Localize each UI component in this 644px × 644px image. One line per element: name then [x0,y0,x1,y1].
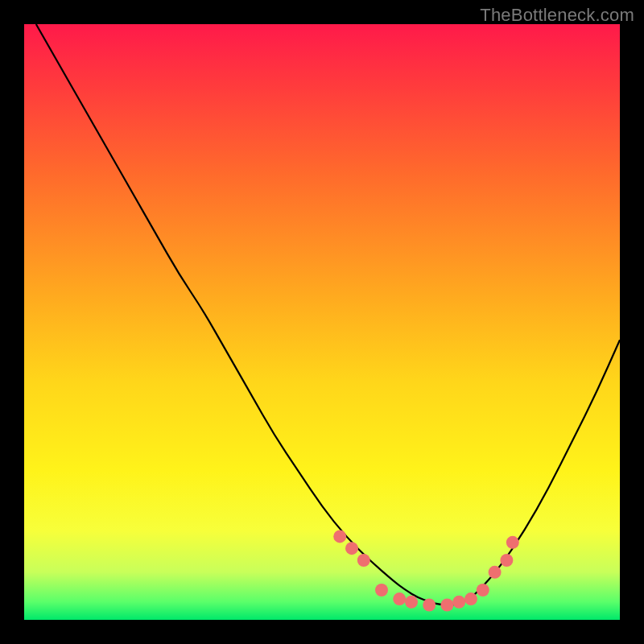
curve-marker [393,592,406,605]
curve-marker [440,599,453,612]
curve-marker [357,554,370,567]
curve-marker [500,554,513,567]
curve-marker [506,536,519,549]
bottleneck-curve [36,24,620,605]
curve-marker [489,566,502,579]
curve-marker [477,584,489,597]
curve-markers [333,530,519,611]
curve-marker [333,530,346,543]
curve-marker [423,599,436,612]
curve-marker [464,592,477,605]
curve-marker [405,596,418,609]
curve-marker [375,584,388,597]
chart-stage: TheBottleneck.com [0,0,644,644]
curve-marker [345,542,358,555]
watermark-text: TheBottleneck.com [480,5,634,26]
curve-layer [24,24,620,620]
plot-area [24,24,620,620]
curve-marker [452,596,465,609]
